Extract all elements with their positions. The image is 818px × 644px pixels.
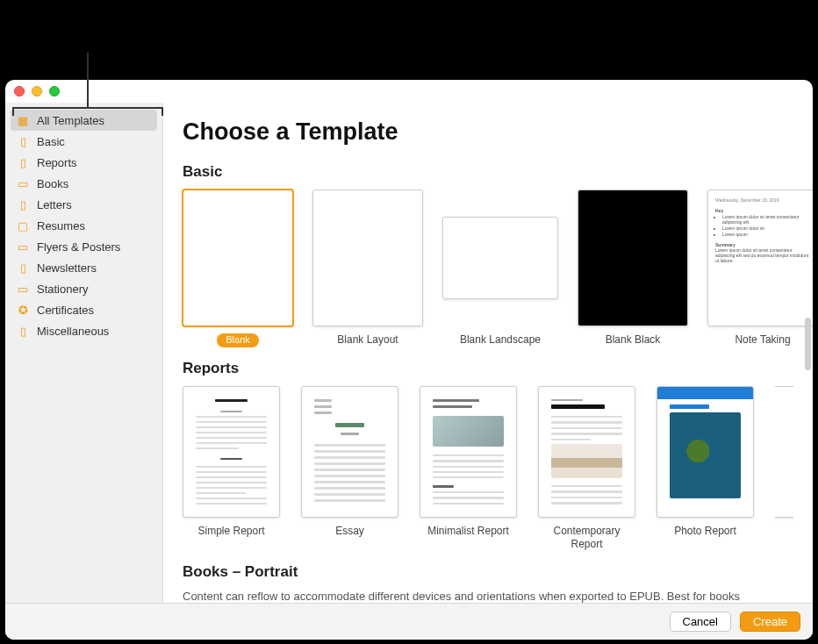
sidebar-item-certificates[interactable]: ✪ Certificates bbox=[5, 299, 162, 320]
sidebar-item-label: Newsletters bbox=[37, 261, 97, 275]
thumb-header-bar bbox=[657, 387, 753, 399]
template-thumb: Wednesday, December 18, 2019 Key Lorem i… bbox=[707, 190, 813, 326]
template-name: Essay bbox=[335, 525, 364, 538]
sidebar-item-label: Certificates bbox=[37, 304, 94, 317]
sidebar-item-letters[interactable]: ▯ Letters bbox=[5, 194, 162, 215]
footer: Cancel Create bbox=[5, 603, 813, 640]
template-thumb bbox=[538, 386, 635, 518]
page-icon: ▯ bbox=[16, 324, 30, 338]
sidebar-item-resumes[interactable]: ▢ Resumes bbox=[5, 215, 162, 236]
template-essay[interactable]: Essay bbox=[301, 386, 398, 551]
sidebar-item-books[interactable]: ▭ Books bbox=[5, 173, 162, 194]
template-thumb bbox=[183, 190, 293, 326]
template-thumb bbox=[312, 190, 423, 326]
template-name: Photo Report bbox=[674, 525, 736, 538]
basic-grid: Blank Blank Layout Blank Landscape Blank… bbox=[183, 190, 793, 347]
template-name: Blank Landscape bbox=[460, 333, 541, 347]
callout-bracket bbox=[12, 107, 163, 116]
window-traffic-lights bbox=[14, 86, 60, 97]
section-title-books: Books – Portrait bbox=[183, 563, 793, 581]
spread-icon: ▭ bbox=[16, 240, 30, 254]
book-icon: ▭ bbox=[16, 176, 30, 190]
template-thumb bbox=[775, 386, 793, 518]
template-thumb bbox=[442, 217, 558, 299]
sidebar-item-flyers[interactable]: ▭ Flyers & Posters bbox=[5, 236, 162, 257]
template-name: Minimalist Report bbox=[427, 525, 509, 538]
section-subtitle-books: Content can reflow to accommodate differ… bbox=[183, 590, 793, 603]
page-icon: ▯ bbox=[16, 155, 30, 169]
template-thumb bbox=[183, 386, 280, 518]
thumb-preview bbox=[551, 399, 622, 504]
template-simple-report[interactable]: Simple Report bbox=[183, 386, 280, 551]
page-title: Choose a Template bbox=[183, 118, 793, 146]
sidebar-item-label: Basic bbox=[37, 135, 65, 148]
template-blank[interactable]: Blank bbox=[183, 190, 293, 347]
template-thumb bbox=[301, 386, 398, 518]
cancel-button[interactable]: Cancel bbox=[670, 612, 731, 632]
template-name: Blank Black bbox=[606, 333, 661, 347]
main-content: Choose a Template Basic Blank Blank Layo… bbox=[163, 103, 813, 640]
thumb-image bbox=[551, 444, 622, 478]
template-minimalist-report[interactable]: Minimalist Report bbox=[420, 386, 517, 551]
thumb-preview bbox=[314, 399, 385, 504]
thumb-preview: Wednesday, December 18, 2019 Key Lorem i… bbox=[715, 197, 810, 318]
create-button[interactable]: Create bbox=[740, 612, 800, 632]
card-icon: ▭ bbox=[16, 282, 30, 296]
sidebar-item-label: Letters bbox=[37, 198, 72, 211]
template-photo-report[interactable]: Photo Report bbox=[657, 386, 754, 551]
section-title-basic: Basic bbox=[183, 163, 793, 181]
template-chooser-window: ▦ All Templates ▯ Basic ▯ Reports ▭ Book… bbox=[5, 80, 813, 640]
reports-grid: Simple Report Essay bbox=[183, 386, 793, 551]
sidebar-item-stationery[interactable]: ▭ Stationery bbox=[5, 278, 162, 299]
sidebar-item-newsletters[interactable]: ▯ Newsletters bbox=[5, 257, 162, 278]
template-thumb bbox=[578, 190, 688, 326]
sidebar-item-label: Flyers & Posters bbox=[37, 240, 120, 254]
template-name: Blank bbox=[217, 333, 259, 347]
template-name: Blank Layout bbox=[337, 333, 398, 347]
minimize-icon[interactable] bbox=[32, 86, 42, 97]
template-contemporary-report[interactable]: Contemporary Report bbox=[538, 386, 635, 551]
person-icon: ▢ bbox=[16, 218, 30, 233]
template-name: Contemporary Report bbox=[538, 525, 635, 551]
section-title-reports: Reports bbox=[183, 360, 793, 377]
thumb-image bbox=[670, 412, 741, 498]
sidebar-item-miscellaneous[interactable]: ▯ Miscellaneous bbox=[5, 320, 162, 341]
thumb-image bbox=[433, 416, 504, 447]
template-blank-black[interactable]: Blank Black bbox=[578, 190, 688, 347]
scrollbar[interactable] bbox=[805, 318, 811, 370]
sidebar: ▦ All Templates ▯ Basic ▯ Reports ▭ Book… bbox=[5, 103, 163, 640]
page-icon: ▯ bbox=[16, 134, 30, 148]
zoom-icon[interactable] bbox=[49, 86, 60, 97]
template-thumb bbox=[420, 386, 517, 518]
template-note-taking[interactable]: Wednesday, December 18, 2019 Key Lorem i… bbox=[707, 190, 813, 347]
template-blank-landscape[interactable]: Blank Landscape bbox=[442, 190, 558, 347]
sidebar-item-label: Books bbox=[37, 177, 68, 190]
template-name: Simple Report bbox=[197, 525, 264, 538]
ribbon-icon: ✪ bbox=[16, 303, 30, 317]
sidebar-item-label: Resumes bbox=[37, 219, 85, 233]
template-blank-layout[interactable]: Blank Layout bbox=[312, 190, 423, 347]
page-icon: ▯ bbox=[16, 197, 30, 211]
sidebar-item-label: Stationery bbox=[37, 283, 89, 296]
template-name: Note Taking bbox=[735, 333, 790, 347]
sidebar-item-basic[interactable]: ▯ Basic bbox=[5, 131, 162, 152]
callout-line bbox=[87, 53, 89, 107]
thumb-preview bbox=[433, 399, 504, 504]
page-icon: ▯ bbox=[16, 261, 30, 275]
sidebar-item-reports[interactable]: ▯ Reports bbox=[5, 152, 162, 173]
template-thumb bbox=[657, 386, 754, 518]
template-partial[interactable] bbox=[775, 386, 793, 551]
sidebar-item-label: Miscellaneous bbox=[37, 325, 109, 338]
sidebar-item-label: Reports bbox=[37, 156, 77, 169]
thumb-preview bbox=[196, 399, 267, 504]
close-icon[interactable] bbox=[14, 86, 25, 97]
thumb-preview bbox=[670, 404, 741, 504]
